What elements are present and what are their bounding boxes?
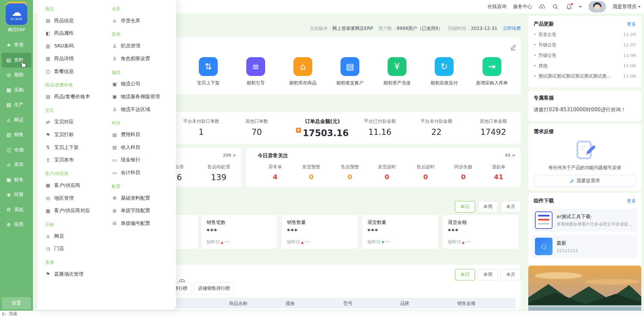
flyout-item-会计科目[interactable]: ▭会计科目 — [112, 169, 140, 176]
flyout-item-存货仓库[interactable]: ⌂存货仓库 — [112, 17, 140, 24]
sidebar-item-应用[interactable]: ⊕应用 — [0, 217, 33, 232]
bell-caret-icon[interactable] — [579, 6, 582, 8]
rank-tab-店铺销售排行榜[interactable]: 店铺销售排行榜 — [194, 282, 234, 294]
sidebar-item-库存[interactable]: ⌂库存 — [0, 157, 33, 172]
search-icon[interactable] — [552, 3, 559, 10]
flyout-item-基础资料配置[interactable]: ⚙基础资料配置 — [112, 195, 150, 201]
components-more-link[interactable]: 更多 — [627, 198, 636, 204]
update-date: 11-06 — [623, 74, 636, 79]
alert-售后预警[interactable]: 售后预警0 — [341, 164, 359, 181]
flyout-item-商品/套餐价格本[interactable]: ▤商品/套餐价格本 — [45, 93, 90, 100]
flyout-item-物流公司[interactable]: ▣物流公司 — [112, 81, 140, 87]
sales-card-delta: *** — [224, 241, 230, 244]
sidebar-item-网店[interactable]: ⌂网店 — [0, 113, 33, 128]
avatar[interactable] — [588, 1, 606, 12]
flyout-item-门店[interactable]: ◷门店 — [45, 245, 64, 252]
quick-action-期初应收应付[interactable]: ↻期初应收应付 — [421, 57, 468, 86]
quick-action-期初收支账户[interactable]: ▤期初收支账户 — [326, 57, 373, 86]
flyout-item-客户/供应商[interactable]: ▦客户/供应商 — [45, 182, 80, 189]
sidebar-item-常用[interactable]: ★常用 — [0, 38, 33, 53]
rank-period-本周[interactable]: 本周 — [478, 269, 498, 280]
alert-退款单[interactable]: 退款单41 — [492, 164, 506, 181]
update-item[interactable]: 测试测试测试测试测试测试测试测试测试...11-06 — [528, 71, 641, 81]
sidebar-item-财务[interactable]: ▣财务 — [0, 172, 33, 188]
flyout-item-收入科目[interactable]: ▤收入科目 — [112, 144, 140, 151]
flyout-item-宝贝对应[interactable]: ⇄宝贝对应 — [45, 119, 74, 125]
flyout-item-物流不达区域[interactable]: ♙物流不达区域 — [112, 106, 150, 113]
alerts-more-link[interactable]: 45 > — [505, 153, 515, 158]
quick-action-宝贝上下架[interactable]: ⇅宝贝上下架 — [185, 57, 232, 86]
flyout-item-商品信息[interactable]: ▤商品信息 — [45, 17, 74, 24]
flyout-item-费用科目[interactable]: ▤费用科目 — [112, 131, 140, 138]
user-menu[interactable]: 我是管理员 — [613, 4, 641, 10]
component-title: 最新 — [557, 240, 578, 246]
sidebar-item-系统[interactable]: ⚙系统 — [0, 202, 33, 218]
table-header-商品名称: 商品名称 — [229, 298, 247, 309]
update-item[interactable]: 升级公告11-07 — [528, 40, 641, 50]
flyout-item-单据编号配置[interactable]: ⊟单据编号配置 — [112, 220, 150, 227]
sidebar-item-经营[interactable]: ◈经营 — [0, 187, 33, 202]
flyout-item-label: 存货仓库 — [121, 17, 140, 24]
alert-发货预警[interactable]: 发货预警0 — [302, 164, 320, 181]
alert-异常单[interactable]: 异常单4 — [269, 164, 282, 181]
update-item[interactable]: 其他11-06 — [528, 61, 641, 71]
flyout-item-套餐信息[interactable]: ◫套餐信息 — [45, 68, 74, 75]
flyout-item-现金银行[interactable]: ▭现金银行 — [112, 157, 140, 163]
star-icon: ★ — [5, 42, 12, 48]
feedback-button[interactable]: 我要提需求 — [534, 175, 636, 187]
sidebar-item-生产[interactable]: ▧生产 — [0, 97, 33, 113]
flyout-section-仓库: 仓库 — [112, 6, 120, 12]
service-center-link[interactable]: 服务中心 — [513, 4, 532, 10]
rank-period-本日[interactable]: 本日 — [455, 269, 475, 280]
sales-period-本月[interactable]: 本月 — [501, 201, 521, 212]
flyout-item-直播场次管理[interactable]: ⚑直播场次管理 — [45, 271, 83, 277]
flyout-item-宝贝上下架[interactable]: ⇅宝贝上下架 — [45, 144, 79, 151]
settings-button[interactable]: 设置 — [2, 297, 31, 309]
flyout-item-网店[interactable]: ⌂网店 — [45, 233, 64, 239]
edit-pencil-icon[interactable] — [509, 43, 517, 51]
flyout-item-商品属性[interactable]: ◧商品属性 — [45, 30, 74, 36]
flyout-item-角色权限设置[interactable]: ♙角色权限设置 — [112, 55, 150, 62]
flyout-item-职员管理[interactable]: ♙职员管理 — [112, 43, 140, 49]
quick-action-期初库存商品[interactable]: ⌂期初库存商品 — [279, 57, 326, 86]
quick-action-期初引导[interactable]: ≡期初引导 — [232, 57, 279, 86]
component-item[interactable]: xr测试工具下载·查看能图如果图片过多会吧文字变成竖行... — [532, 209, 637, 232]
sidebar-item-label: 销售 — [14, 132, 24, 138]
renew-link[interactable]: 立即续费 — [503, 26, 521, 32]
sidebar-item-期初[interactable]: ◎期初 — [0, 68, 33, 83]
sales-period-本周[interactable]: 本周 — [478, 201, 498, 212]
app-logo[interactable]: ☁ 网上管家婆 — [6, 3, 27, 25]
flag-icon: ⚑ — [45, 271, 51, 277]
quick-action-新增采购入库单[interactable]: ⇥新增采购入库单 — [468, 57, 515, 86]
home-icon: ⌂ — [112, 18, 117, 23]
alert-同步失败[interactable]: 同步失败0 — [454, 164, 472, 181]
sales-card-退货数量: 退货数量***较昨日▼*** — [362, 214, 439, 249]
online-consult-link[interactable]: 在线咨询 — [488, 4, 506, 10]
rank-period-本月[interactable]: 本月 — [501, 269, 521, 280]
updown-arrows-icon: ⇅ — [199, 57, 218, 76]
flyout-item-商品详情[interactable]: ▧商品详情 — [45, 55, 74, 62]
bell-icon[interactable] — [566, 3, 572, 10]
support-card: 专属客服 请拨打028-85310000转000进行咨询！ — [528, 90, 641, 121]
flyout-item-物流服务模版管理[interactable]: ▣物流服务模版管理 — [112, 93, 160, 100]
flyout-item-客户/供应商对应[interactable]: ▦客户/供应商对应 — [45, 207, 90, 214]
update-item[interactable]: 安全公告11-20 — [528, 29, 641, 40]
flyout-item-SKU条码[interactable]: ▥SKU条码 — [45, 43, 74, 49]
alert-售后超时[interactable]: 售后超时0 — [417, 164, 435, 181]
sidebar-item-销售[interactable]: ▥销售 — [0, 127, 33, 143]
flyout-item-地区管理[interactable]: ◎地区管理 — [45, 195, 74, 201]
flyout-item-单据字段配置[interactable]: ⊞单据字段配置 — [112, 207, 150, 214]
product-updates-more-link[interactable]: 更多 — [627, 21, 636, 27]
component-item[interactable]: Q最新12121212 — [532, 235, 637, 258]
flyout-item-宝贝打标[interactable]: ⚑宝贝打标 — [45, 131, 74, 138]
cloud-download-icon[interactable] — [539, 3, 545, 10]
price-icon: ▤ — [45, 94, 51, 99]
sales-period-本日[interactable]: 本日 — [455, 201, 475, 212]
pending-more-link[interactable]: 209 > — [223, 153, 236, 158]
sidebar-item-采购[interactable]: ▦采购 — [0, 83, 33, 98]
alert-发货超时[interactable]: 发货超时0 — [378, 164, 396, 181]
flyout-item-宝贝发布[interactable]: ↥宝贝发布 — [45, 157, 74, 163]
quick-action-期初资产负债[interactable]: ¥期初资产负债 — [373, 57, 421, 86]
sidebar-item-仓储[interactable]: ◫仓储 — [0, 143, 33, 158]
update-item[interactable]: 升级公告11-06 — [528, 50, 641, 61]
